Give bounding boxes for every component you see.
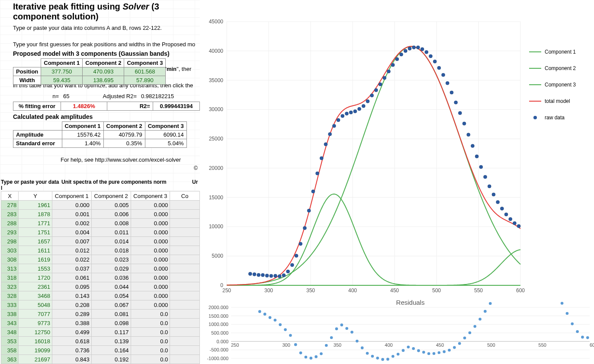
svg-text:600: 600 — [590, 342, 594, 348]
table-row[interactable]: 358190990.7360.1640.0 — [1, 346, 200, 355]
svg-point-93 — [488, 185, 491, 188]
svg-point-161 — [392, 355, 395, 358]
model-table[interactable]: Component 1 Component 2 Component 3 Posi… — [13, 58, 166, 85]
svg-text:Component 2: Component 2 — [545, 65, 576, 71]
svg-point-177 — [473, 325, 476, 328]
svg-point-175 — [463, 337, 466, 340]
cell-wid-c3[interactable]: 57.890 — [124, 76, 166, 85]
svg-point-47 — [295, 254, 298, 258]
svg-point-71 — [395, 57, 399, 61]
svg-point-139 — [279, 323, 282, 326]
table-row[interactable]: 30816190.0220.0230.000 — [1, 255, 200, 264]
svg-point-166 — [417, 349, 420, 352]
stat-err: 1.4826% — [73, 103, 95, 109]
svg-point-165 — [412, 347, 415, 350]
svg-point-138 — [274, 319, 277, 322]
svg-point-59 — [345, 112, 348, 115]
svg-point-46 — [290, 263, 294, 267]
svg-point-48 — [299, 242, 302, 246]
svg-text:40000: 40000 — [209, 48, 224, 54]
svg-point-170 — [438, 351, 441, 354]
table-row[interactable]: 31315530.0370.0290.000 — [1, 264, 200, 273]
svg-point-141 — [289, 334, 292, 337]
svg-point-171 — [443, 350, 446, 353]
svg-text:20000: 20000 — [209, 165, 224, 171]
svg-point-199 — [586, 336, 589, 339]
svg-point-84 — [450, 91, 453, 94]
table-row[interactable]: 363216970.8430.1920.0 — [1, 355, 200, 364]
data-section: Type or paste your data l Unit spectra o… — [1, 179, 200, 364]
svg-point-73 — [404, 49, 407, 53]
help-link[interactable]: For help, see http://www.solver.com/exce… — [61, 156, 181, 163]
table-row[interactable]: 32834680.1430.0540.000 — [1, 291, 200, 300]
svg-point-88 — [467, 133, 470, 137]
cell-wid-c1[interactable]: 59.435 — [41, 76, 83, 85]
svg-point-69 — [387, 70, 390, 73]
svg-text:500: 500 — [487, 342, 495, 348]
table-row[interactable]: 348127500.4990.1170.0 — [1, 328, 200, 337]
svg-point-95 — [496, 201, 500, 204]
table-row[interactable]: 32323610.0950.0440.000 — [1, 282, 200, 291]
svg-text:45000: 45000 — [209, 19, 224, 25]
svg-point-100 — [517, 224, 520, 228]
svg-text:total model: total model — [545, 98, 570, 104]
table-row[interactable]: 27819610.0000.0050.000 — [1, 201, 200, 210]
residuals-chart[interactable]: Residuals-1000.000-500.0000.000500.00010… — [200, 300, 594, 364]
cell-pos-c2[interactable]: 470.093 — [83, 67, 124, 76]
table-row[interactable]: 28817710.0020.0080.000 — [1, 219, 200, 228]
svg-point-81 — [437, 66, 441, 70]
svg-point-196 — [571, 322, 574, 326]
svg-point-160 — [386, 358, 389, 361]
svg-point-54 — [324, 143, 328, 146]
svg-text:600: 600 — [516, 287, 525, 294]
svg-point-39 — [261, 273, 264, 277]
svg-point-57 — [337, 118, 340, 122]
table-row[interactable]: 28318780.0010.0060.000 — [1, 210, 200, 219]
svg-point-137 — [269, 316, 272, 319]
svg-point-96 — [500, 207, 504, 210]
main-chart[interactable]: 2503003504004505005506000500010000150002… — [200, 13, 594, 298]
svg-point-79 — [429, 54, 432, 58]
svg-point-164 — [407, 345, 410, 348]
svg-point-74 — [408, 47, 411, 50]
col-c2: Component 2 — [83, 59, 124, 67]
stat-n: 65 — [61, 93, 87, 100]
svg-point-155 — [361, 346, 364, 349]
svg-point-148 — [325, 344, 328, 347]
table-row[interactable]: 30316110.0120.0180.000 — [1, 246, 200, 255]
svg-text:350: 350 — [306, 287, 315, 294]
data-table[interactable]: X Y Component 1 Component 2 Component 3 … — [1, 191, 200, 364]
svg-text:450: 450 — [436, 342, 444, 348]
svg-point-98 — [509, 217, 512, 221]
svg-point-147 — [320, 352, 323, 355]
svg-point-62 — [358, 107, 361, 111]
model-section: Proposed model with 3 components (Gaussi… — [13, 50, 170, 85]
table-row[interactable]: 29816570.0070.0140.000 — [1, 237, 200, 246]
table-row[interactable]: 31817200.0610.0360.000 — [1, 273, 200, 282]
svg-point-176 — [469, 332, 472, 335]
cell-wid-c2[interactable]: 138.695 — [83, 76, 124, 85]
svg-point-154 — [356, 340, 359, 343]
table-row[interactable]: 33870770.2890.0810.0 — [1, 310, 200, 319]
svg-point-65 — [370, 94, 374, 97]
table-row[interactable]: 353160180.6180.1390.0 — [1, 337, 200, 346]
stats-table: n= 65 Adjusted R2= 0.982182215 — [13, 92, 177, 101]
svg-point-158 — [376, 357, 379, 360]
table-row[interactable]: 34397730.3880.0980.0 — [1, 319, 200, 328]
svg-point-86 — [458, 111, 462, 115]
svg-point-49 — [303, 227, 306, 230]
svg-point-38 — [257, 273, 260, 277]
svg-point-143 — [299, 351, 302, 354]
spreadsheet-page: Iterative peak fitting using Solver (3 c… — [0, 0, 594, 364]
table-row[interactable]: 33350480.2080.0670.000 — [1, 300, 200, 310]
cell-pos-c1[interactable]: 377.750 — [41, 67, 83, 76]
svg-point-194 — [561, 302, 564, 305]
svg-point-76 — [416, 46, 420, 49]
table-row[interactable]: 29317510.0040.0110.000 — [1, 228, 200, 237]
svg-point-152 — [345, 327, 348, 330]
svg-text:300: 300 — [282, 342, 290, 348]
svg-point-45 — [286, 270, 290, 273]
cell-pos-c3[interactable]: 601.568 — [124, 67, 166, 76]
svg-point-37 — [253, 273, 256, 276]
svg-point-52 — [316, 172, 319, 175]
